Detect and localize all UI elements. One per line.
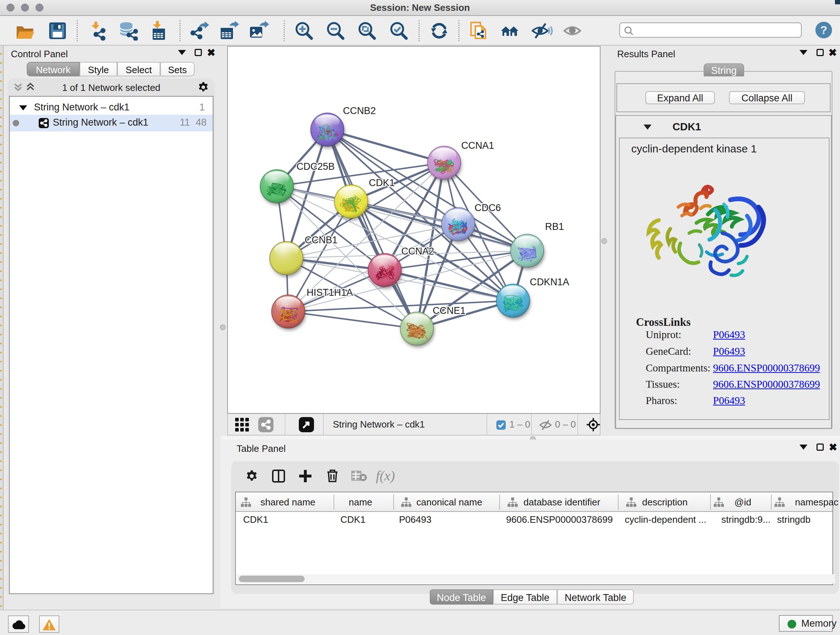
svg-text:CCNA2: CCNA2 [401,246,434,257]
svg-text:CCNB1: CCNB1 [305,234,338,245]
svg-text:RB1: RB1 [545,221,564,232]
svg-text:CCNB2: CCNB2 [343,105,376,116]
svg-text:CCNA1: CCNA1 [461,140,494,151]
svg-text:CDK1: CDK1 [369,177,395,188]
svg-text:CDKN1A: CDKN1A [530,277,569,287]
svg-text:CDC25B: CDC25B [296,161,335,172]
svg-text:CDC6: CDC6 [475,203,501,213]
svg-text:CCNE1: CCNE1 [433,305,466,316]
svg-text:HIST1H1A: HIST1H1A [306,287,353,298]
